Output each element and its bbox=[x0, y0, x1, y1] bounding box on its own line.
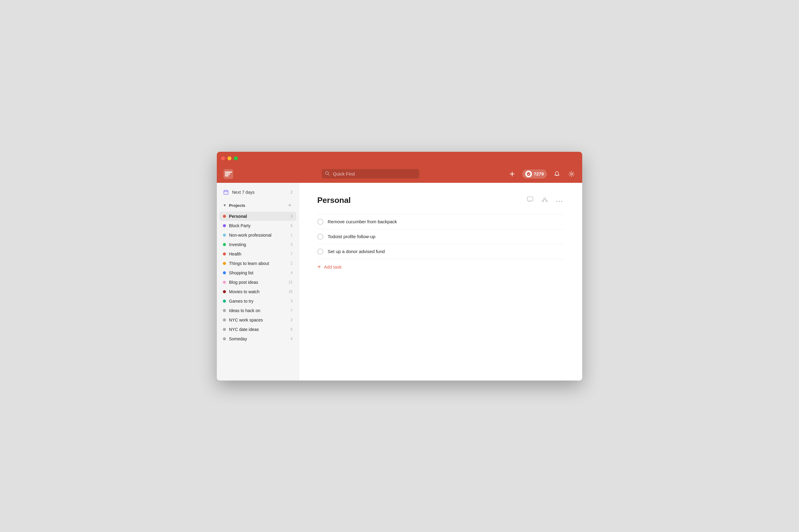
notifications-button[interactable] bbox=[552, 169, 562, 178]
sidebar-item-investing[interactable]: Investing 3 bbox=[219, 240, 296, 249]
projects-list: Personal 3 Block Party 6 Non-work profes… bbox=[219, 212, 296, 343]
project-name: Games to try bbox=[229, 299, 288, 304]
app-window: 7279 bbox=[217, 152, 582, 381]
sidebar-item-nyc-work-spaces[interactable]: NYC work spaces 2 bbox=[219, 316, 296, 325]
project-name: Shopping list bbox=[229, 270, 288, 275]
project-dot bbox=[223, 262, 226, 265]
chevron-down-icon: ▼ bbox=[223, 203, 226, 207]
sidebar-item-someday[interactable]: Someday 4 bbox=[219, 334, 296, 343]
task-list: Remove cucumber from backpack Todoist pr… bbox=[317, 214, 564, 259]
sidebar-item-ideas-to-hack-on[interactable]: Ideas to hack on 7 bbox=[219, 306, 296, 315]
content-actions bbox=[526, 195, 564, 206]
karma-icon bbox=[525, 171, 532, 177]
sidebar-nav-section: Next 7 days 2 ▼ Projects + Personal 3 Bl… bbox=[217, 188, 299, 343]
project-dot bbox=[223, 281, 226, 284]
search-area bbox=[239, 169, 503, 178]
svg-point-6 bbox=[544, 198, 546, 200]
svg-point-8 bbox=[546, 200, 547, 202]
sidebar-item-nyc-date-ideas[interactable]: NYC date ideas 5 bbox=[219, 325, 296, 334]
add-task-plus-icon: + bbox=[317, 263, 321, 270]
app-logo bbox=[223, 169, 234, 179]
project-name: Blog post ideas bbox=[229, 280, 286, 285]
project-count: 2 bbox=[290, 318, 293, 322]
project-name: Ideas to hack on bbox=[229, 308, 288, 313]
sidebar-item-movies-to-watch[interactable]: Movies to watch 15 bbox=[219, 287, 296, 296]
project-count: 3 bbox=[290, 299, 293, 303]
traffic-lights bbox=[221, 156, 238, 160]
share-button[interactable] bbox=[540, 195, 549, 206]
project-name: NYC work spaces bbox=[229, 318, 288, 322]
title-bar bbox=[217, 152, 582, 165]
sidebar: Next 7 days 2 ▼ Projects + Personal 3 Bl… bbox=[217, 183, 299, 381]
project-dot bbox=[223, 215, 226, 218]
task-checkbox[interactable] bbox=[317, 219, 323, 225]
project-count: 7 bbox=[290, 308, 293, 313]
sidebar-item-health[interactable]: Health 7 bbox=[219, 249, 296, 259]
project-count: 3 bbox=[290, 214, 293, 218]
sidebar-item-blog-post-ideas[interactable]: Blog post ideas 21 bbox=[219, 278, 296, 287]
project-count: 3 bbox=[290, 243, 293, 247]
project-dot bbox=[223, 224, 226, 227]
project-name: Non-work professional bbox=[229, 233, 288, 238]
sidebar-item-games-to-try[interactable]: Games to try 3 bbox=[219, 297, 296, 306]
toolbar: 7279 bbox=[217, 165, 582, 183]
sidebar-item-non-work-professional[interactable]: Non-work professional 1 bbox=[219, 231, 296, 240]
project-dot bbox=[223, 271, 226, 274]
sidebar-item-block-party[interactable]: Block Party 6 bbox=[219, 221, 296, 230]
project-count: 2 bbox=[290, 261, 293, 266]
project-dot bbox=[223, 337, 226, 340]
karma-count: 7279 bbox=[534, 171, 544, 176]
projects-header[interactable]: ▼ Projects + bbox=[219, 199, 296, 212]
close-button[interactable] bbox=[221, 156, 225, 160]
add-button[interactable] bbox=[508, 169, 517, 178]
sidebar-item-things-to-learn-about[interactable]: Things to learn about 2 bbox=[219, 259, 296, 268]
project-name: NYC date ideas bbox=[229, 327, 288, 332]
sidebar-item-shopping-list[interactable]: Shopping list 4 bbox=[219, 268, 296, 278]
svg-point-2 bbox=[527, 172, 530, 176]
task-checkbox[interactable] bbox=[317, 234, 323, 240]
svg-rect-4 bbox=[224, 190, 228, 194]
add-project-button[interactable]: + bbox=[287, 202, 293, 209]
task-text: Set up a donor advised fund bbox=[328, 249, 564, 254]
project-count: 21 bbox=[289, 280, 293, 284]
comment-button[interactable] bbox=[526, 195, 535, 206]
project-name: Health bbox=[229, 251, 288, 256]
project-dot bbox=[223, 319, 226, 322]
project-dot bbox=[223, 300, 226, 303]
svg-point-3 bbox=[570, 173, 573, 175]
sidebar-item-personal[interactable]: Personal 3 bbox=[219, 212, 296, 221]
task-text: Remove cucumber from backpack bbox=[328, 219, 564, 224]
add-task-button[interactable]: + Add task bbox=[317, 259, 342, 275]
project-count: 7 bbox=[290, 252, 293, 256]
minimize-button[interactable] bbox=[228, 156, 232, 160]
svg-rect-5 bbox=[527, 197, 533, 201]
project-dot bbox=[223, 234, 226, 236]
project-name: Personal bbox=[229, 214, 288, 219]
project-count: 1 bbox=[290, 233, 293, 237]
project-count: 4 bbox=[290, 337, 293, 341]
karma-badge[interactable]: 7279 bbox=[522, 169, 547, 178]
search-wrapper bbox=[322, 169, 419, 178]
main-content: Next 7 days 2 ▼ Projects + Personal 3 Bl… bbox=[217, 183, 582, 381]
settings-button[interactable] bbox=[567, 169, 576, 178]
project-name: Investing bbox=[229, 242, 288, 247]
fullscreen-button[interactable] bbox=[234, 156, 238, 160]
task-item: Set up a donor advised fund bbox=[317, 244, 564, 259]
project-dot bbox=[223, 328, 226, 331]
project-name: Someday bbox=[229, 337, 288, 341]
content-area: Personal bbox=[299, 183, 582, 381]
toolbar-right: 7279 bbox=[508, 169, 576, 178]
svg-point-9 bbox=[556, 201, 558, 202]
svg-point-10 bbox=[559, 201, 560, 202]
search-input[interactable] bbox=[322, 169, 419, 178]
task-item: Todoist profile follow-up bbox=[317, 229, 564, 244]
svg-point-11 bbox=[561, 201, 562, 202]
sidebar-item-next7days[interactable]: Next 7 days 2 bbox=[219, 188, 296, 197]
project-name: Things to learn about bbox=[229, 261, 288, 266]
project-count: 5 bbox=[290, 327, 293, 331]
project-count: 4 bbox=[290, 271, 293, 275]
project-name: Movies to watch bbox=[229, 289, 286, 294]
task-item: Remove cucumber from backpack bbox=[317, 214, 564, 229]
more-options-button[interactable] bbox=[555, 195, 564, 205]
task-checkbox[interactable] bbox=[317, 248, 323, 254]
